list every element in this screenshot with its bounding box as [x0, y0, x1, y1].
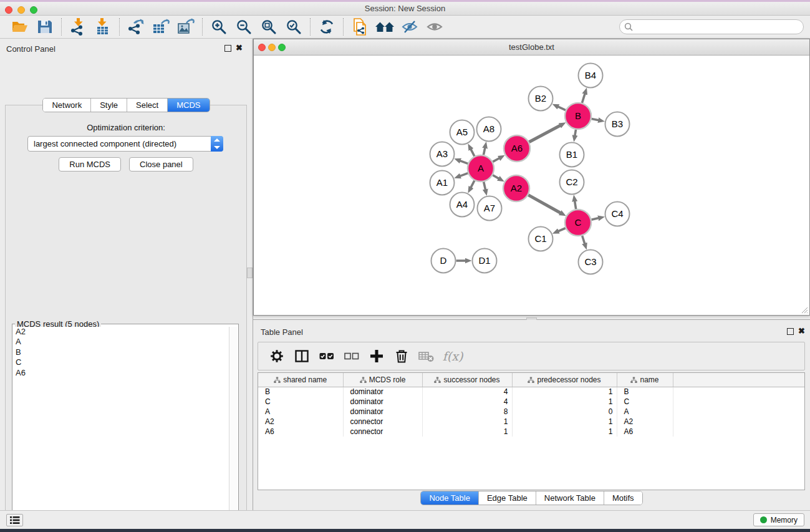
split-view-icon[interactable]	[291, 346, 313, 367]
mcds-result-item[interactable]: A2	[14, 327, 228, 337]
refresh-icon[interactable]	[314, 17, 339, 37]
table-cell[interactable]: dominator	[343, 407, 422, 417]
graph-edge-A6-B[interactable]	[529, 125, 560, 142]
search-input[interactable]	[619, 19, 804, 34]
select-all-icon[interactable]	[316, 346, 338, 367]
graph-node-A4[interactable]: A4	[450, 193, 475, 217]
table-cell[interactable]: A	[258, 407, 343, 417]
graph-edge-A-A5[interactable]	[471, 149, 475, 156]
open-session-icon[interactable]	[7, 17, 32, 37]
graph-node-A6[interactable]: A6	[504, 135, 530, 162]
import-table-icon[interactable]	[90, 17, 115, 37]
home-icon[interactable]	[372, 17, 397, 37]
table-cell[interactable]: B	[258, 387, 343, 397]
column-header-predecessor-nodes[interactable]: predecessor nodes	[512, 373, 617, 387]
graph-edge-A-A8[interactable]	[483, 148, 485, 155]
zoom-in-icon[interactable]	[206, 17, 231, 37]
export-table-icon[interactable]	[148, 17, 173, 37]
table-cell[interactable]: B	[617, 387, 673, 397]
zoom-fit-icon[interactable]	[256, 17, 281, 37]
mcds-result-list[interactable]: A2ABCA6	[14, 327, 228, 532]
graph-node-A3[interactable]: A3	[430, 142, 455, 167]
mcds-result-item[interactable]: A6	[14, 368, 228, 378]
tab-select[interactable]: Select	[127, 99, 167, 112]
table-cell[interactable]: 1	[422, 427, 512, 437]
graph-node-C2[interactable]: C2	[560, 170, 584, 195]
tab-motifs[interactable]: Motifs	[604, 491, 642, 505]
graph-node-B2[interactable]: B2	[529, 87, 553, 111]
graph-edge-C-C3[interactable]	[582, 236, 585, 244]
task-history-button[interactable]	[6, 514, 23, 526]
column-header-shared-name[interactable]: shared name	[258, 373, 343, 387]
memory-button[interactable]: Memory	[753, 513, 804, 526]
tab-style[interactable]: Style	[90, 99, 127, 112]
import-network-icon[interactable]	[65, 17, 90, 37]
graph-edge-A-A7[interactable]	[484, 181, 486, 190]
graph-edge-B-B4[interactable]	[582, 94, 585, 103]
zoom-out-icon[interactable]	[231, 17, 256, 37]
tab-edge-table[interactable]: Edge Table	[478, 491, 536, 505]
export-network-icon[interactable]	[123, 17, 148, 37]
table-cell[interactable]: connector	[343, 427, 422, 437]
close-panel-button[interactable]: Close panel	[129, 157, 193, 172]
table-cell[interactable]: 4	[422, 397, 512, 407]
graph-node-C1[interactable]: C1	[529, 227, 553, 251]
hide-panel-eye-icon[interactable]	[397, 17, 422, 37]
table-cell[interactable]: 4	[422, 387, 512, 397]
table-cell[interactable]: 1	[422, 417, 512, 427]
graph-edge-A-A3[interactable]	[460, 161, 468, 164]
graph-node-C[interactable]: C	[565, 210, 591, 236]
deselect-all-icon[interactable]	[340, 346, 363, 367]
close-table-panel-icon[interactable]: ✖	[798, 326, 805, 336]
float-panel-icon[interactable]	[224, 45, 231, 52]
table-cell[interactable]: C	[258, 397, 343, 407]
table-cell[interactable]: A2	[617, 417, 673, 427]
delete-column-trash-icon[interactable]	[390, 346, 413, 367]
table-row[interactable]: A2connector11A2	[258, 417, 804, 427]
window-resize-grip[interactable]	[799, 305, 808, 314]
graph-edge-B-B3[interactable]	[592, 118, 599, 120]
graph-edge-A-A4[interactable]	[471, 181, 475, 188]
table-cell[interactable]: dominator	[343, 387, 422, 397]
table-settings-gear-icon[interactable]	[266, 346, 288, 367]
table-cell[interactable]: A2	[258, 417, 343, 427]
function-builder-icon[interactable]: f(x)	[440, 346, 463, 367]
table-cell[interactable]: 8	[422, 407, 512, 417]
column-header-successor-nodes[interactable]: successor nodes	[422, 373, 512, 387]
clone-network-icon[interactable]	[347, 17, 372, 37]
table-cell[interactable]: 1	[512, 427, 617, 437]
column-header-MCDS-role[interactable]: MCDS role	[343, 373, 422, 387]
tab-network-table[interactable]: Network Table	[536, 491, 604, 505]
graph-node-B4[interactable]: B4	[579, 64, 603, 88]
table-row[interactable]: Cdominator41C	[258, 397, 804, 407]
graph-node-A8[interactable]: A8	[477, 117, 501, 142]
export-image-icon[interactable]	[173, 17, 198, 37]
delete-table-icon[interactable]	[415, 346, 438, 367]
table-row[interactable]: A6connector11A6	[258, 427, 804, 437]
table-cell[interactable]: C	[617, 397, 673, 407]
graph-edge-C-C4[interactable]	[591, 218, 599, 220]
tab-mcds[interactable]: MCDS	[167, 99, 209, 112]
graph-node-C4[interactable]: C4	[605, 202, 630, 226]
node-table[interactable]: shared nameMCDS rolesuccessor nodesprede…	[258, 372, 805, 490]
tab-network[interactable]: Network	[43, 99, 90, 112]
save-session-icon[interactable]	[32, 17, 57, 37]
table-cell[interactable]: 0	[512, 407, 617, 417]
close-panel-icon[interactable]: ✖	[236, 43, 243, 52]
graph-node-D1[interactable]: D1	[473, 249, 497, 273]
graph-node-B1[interactable]: B1	[560, 143, 584, 167]
table-cell[interactable]: connector	[343, 417, 422, 427]
table-cell[interactable]: A6	[258, 427, 343, 437]
graph-edge-C-C2[interactable]	[575, 201, 576, 209]
graph-node-A2[interactable]: A2	[503, 175, 529, 201]
graph-node-A7[interactable]: A7	[478, 196, 502, 221]
graph-edge-A-A2[interactable]	[493, 175, 499, 179]
run-mcds-button[interactable]: Run MCDS	[59, 157, 121, 172]
result-scrollbar[interactable]	[229, 327, 237, 532]
graph-node-B3[interactable]: B3	[605, 112, 630, 137]
zoom-selected-icon[interactable]	[281, 17, 306, 37]
graph-edge-C-C1[interactable]	[558, 228, 566, 231]
mcds-result-item[interactable]: C	[14, 357, 228, 367]
table-row[interactable]: Adominator80A	[258, 407, 804, 417]
table-cell[interactable]: A6	[617, 427, 673, 437]
